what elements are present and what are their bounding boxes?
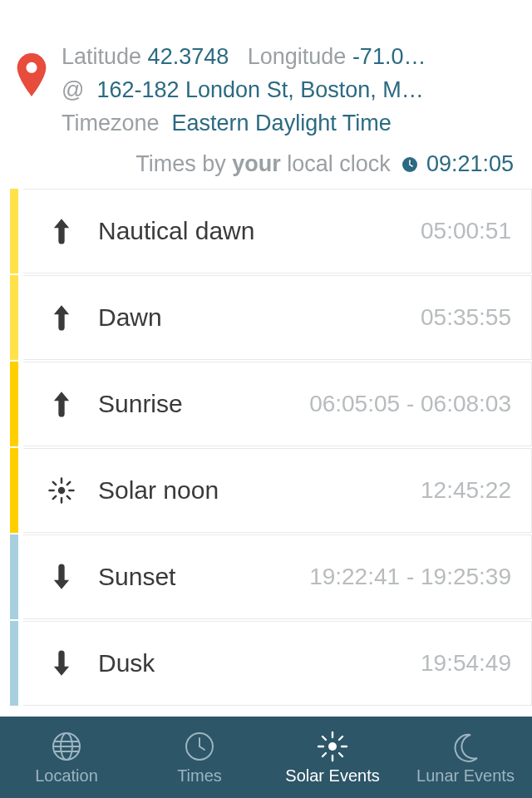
arrow-up-icon (45, 389, 78, 419)
row-content: Dawn05:35:55 (23, 275, 532, 360)
svg-point-2 (58, 487, 66, 495)
address-line: @ 162-182 London St, Boston, M… (62, 73, 515, 106)
lon-value: -71.0… (352, 44, 426, 69)
arrow-up-icon (45, 216, 78, 246)
event-row[interactable]: Dusk19:54:49 (10, 621, 532, 706)
tab-bar: Location Times Solar Events Lunar (0, 717, 532, 798)
tab-location[interactable]: Location (0, 717, 133, 798)
header-text: Latitude 42.3748 Longitude -71.0… @ 162-… (62, 40, 515, 140)
svg-point-6 (328, 742, 337, 751)
row-content: Nautical dawn05:00:51 (23, 189, 532, 273)
timezone-line: Timezone Eastern Daylight Time (62, 106, 515, 140)
tab-label: Times (177, 766, 222, 786)
clock-icon (401, 153, 418, 170)
event-time: 05:35:55 (421, 304, 511, 331)
svg-point-0 (27, 62, 37, 73)
tab-label: Location (35, 766, 98, 786)
address-value: 162-182 London St, Boston, M… (96, 77, 423, 102)
color-stripe (10, 189, 18, 273)
row-content: Sunset19:22:41 - 19:25:39 (23, 534, 532, 619)
local-clock-line: Times by your local clock 09:21:05 (0, 148, 532, 189)
color-stripe (10, 534, 18, 619)
event-name: Nautical dawn (98, 217, 254, 245)
lat-value: 42.3748 (148, 44, 229, 69)
event-time: 19:22:41 - 19:25:39 (309, 564, 511, 590)
event-name: Sunset (98, 563, 175, 591)
row-content: Dusk19:54:49 (23, 621, 532, 706)
event-row[interactable]: Sunrise06:05:05 - 06:08:03 (10, 362, 532, 446)
moon-icon (449, 730, 482, 763)
local-clock-time: 09:21:05 (426, 151, 514, 176)
event-time: 06:05:05 - 06:08:03 (309, 391, 511, 417)
lat-label: Latitude (62, 44, 141, 69)
arrow-down-icon (45, 648, 78, 678)
event-time: 12:45:22 (421, 477, 511, 504)
event-row[interactable]: Sunset19:22:41 - 19:25:39 (10, 534, 532, 619)
color-stripe (10, 621, 18, 706)
globe-icon (50, 730, 83, 763)
event-row[interactable]: Dawn05:35:55 (10, 275, 532, 360)
event-row[interactable]: Solar noon12:45:22 (10, 448, 532, 533)
event-time: 05:00:51 (421, 218, 511, 244)
color-stripe (10, 448, 18, 533)
coords-line: Latitude 42.3748 Longitude -71.0… (62, 40, 515, 73)
lon-label: Longitude (248, 44, 347, 69)
color-stripe (10, 362, 18, 446)
tab-times[interactable]: Times (133, 717, 266, 798)
sun-icon (316, 730, 349, 763)
tab-lunar-events[interactable]: Lunar Events (399, 717, 532, 798)
event-row[interactable]: Nautical dawn05:00:51 (10, 189, 532, 273)
arrow-up-icon (45, 303, 78, 332)
event-name: Solar noon (98, 476, 219, 505)
location-header: Latitude 42.3748 Longitude -71.0… @ 162-… (0, 0, 532, 148)
tab-label: Lunar Events (416, 766, 515, 786)
arrow-down-icon (45, 562, 78, 592)
tab-label: Solar Events (285, 766, 379, 786)
at-symbol: @ (62, 77, 84, 102)
row-content: Solar noon12:45:22 (23, 448, 532, 533)
color-stripe (10, 275, 18, 360)
tz-value: Eastern Daylight Time (172, 111, 392, 135)
clock-icon (183, 730, 216, 763)
tz-label: Timezone (62, 111, 160, 135)
sun-icon (45, 476, 78, 505)
event-time: 19:54:49 (421, 650, 511, 677)
map-pin-icon (17, 53, 47, 96)
event-name: Sunrise (98, 390, 183, 418)
times-by-suffix: local clock (281, 151, 391, 176)
events-list[interactable]: Nautical dawn05:00:51Dawn05:35:55Sunrise… (0, 189, 532, 717)
event-name: Dusk (98, 649, 155, 677)
tab-solar-events[interactable]: Solar Events (266, 717, 399, 798)
event-name: Dawn (98, 303, 162, 332)
times-by-prefix: Times by (135, 151, 232, 176)
row-content: Sunrise06:05:05 - 06:08:03 (23, 362, 532, 446)
times-by-your: your (232, 151, 281, 176)
